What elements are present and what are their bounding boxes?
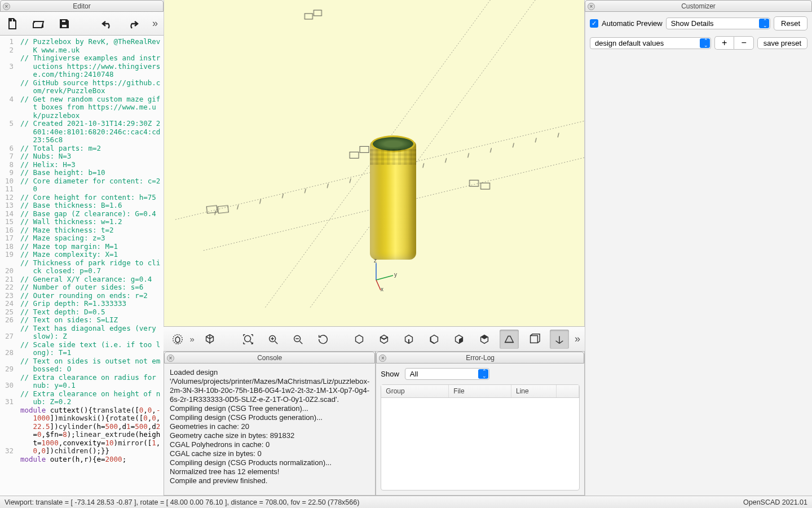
editor-title-bar: × Editor bbox=[0, 0, 164, 12]
svg-line-15 bbox=[445, 158, 447, 163]
new-file-icon[interactable] bbox=[6, 16, 19, 31]
svg-rect-2 bbox=[61, 24, 67, 28]
zoom-in-icon[interactable] bbox=[263, 330, 283, 349]
viewport-toolbar: » » bbox=[164, 326, 585, 351]
show-label: Show bbox=[381, 370, 399, 378]
view-back-icon[interactable] bbox=[474, 330, 493, 349]
svg-line-16 bbox=[468, 153, 469, 157]
redo-icon[interactable] bbox=[126, 16, 140, 31]
stepper-minus-button[interactable]: − bbox=[734, 36, 753, 50]
svg-line-14 bbox=[423, 163, 424, 168]
show-axes-icon[interactable] bbox=[550, 330, 569, 349]
preview-icon[interactable] bbox=[168, 330, 187, 349]
error-table[interactable]: Group File Line bbox=[381, 384, 580, 491]
save-file-icon[interactable] bbox=[58, 16, 71, 31]
viewport-status: Viewport: translate = [ -73.14 28.53 -0.… bbox=[5, 498, 359, 506]
save-preset-button[interactable]: save preset bbox=[757, 37, 807, 49]
svg-rect-25 bbox=[470, 180, 479, 186]
svg-point-36 bbox=[244, 335, 250, 341]
console-title: Console bbox=[257, 354, 282, 362]
code-editor[interactable]: 1234567891011121314151617181920212223242… bbox=[0, 36, 164, 496]
error-filter-select[interactable]: All bbox=[405, 368, 489, 380]
svg-line-20 bbox=[558, 133, 559, 137]
svg-line-19 bbox=[535, 138, 536, 142]
console-panel: ×Console Loaded design '/Volumes/project… bbox=[164, 351, 376, 496]
svg-line-31 bbox=[376, 280, 381, 290]
auto-preview-label: Automatic Preview bbox=[602, 19, 663, 28]
close-icon[interactable]: × bbox=[167, 354, 174, 362]
center-column: z y x » » × bbox=[164, 0, 585, 496]
view-front-icon[interactable] bbox=[449, 330, 469, 349]
undo-icon[interactable] bbox=[100, 16, 114, 31]
customizer-title: Customizer bbox=[681, 2, 716, 10]
svg-line-18 bbox=[513, 143, 514, 147]
svg-rect-28 bbox=[314, 10, 321, 16]
svg-rect-21 bbox=[206, 205, 217, 213]
view-bottom-icon[interactable] bbox=[399, 330, 418, 349]
preset-select[interactable]: design default values bbox=[590, 37, 711, 49]
svg-line-12 bbox=[327, 183, 328, 188]
zoom-fit-icon[interactable] bbox=[238, 330, 257, 349]
toolbar-overflow-icon[interactable]: » bbox=[152, 17, 158, 29]
col-spacer bbox=[557, 385, 579, 397]
preset-stepper[interactable]: + − bbox=[714, 36, 754, 50]
svg-text:z: z bbox=[374, 259, 377, 264]
reset-button[interactable]: Reset bbox=[774, 16, 807, 30]
render-icon[interactable] bbox=[200, 330, 219, 349]
perspective-icon[interactable] bbox=[500, 330, 519, 349]
col-file[interactable]: File bbox=[449, 385, 511, 397]
close-icon[interactable]: × bbox=[588, 3, 595, 10]
editor-column: × Editor » 12345678910111213141516171819… bbox=[0, 0, 164, 496]
svg-rect-22 bbox=[218, 205, 228, 213]
zoom-out-icon[interactable] bbox=[288, 330, 307, 349]
col-line[interactable]: Line bbox=[511, 385, 557, 397]
open-file-icon[interactable] bbox=[32, 16, 45, 31]
svg-text:y: y bbox=[394, 271, 397, 278]
orthographic-icon[interactable] bbox=[524, 330, 544, 349]
preview-overflow-icon[interactable]: » bbox=[189, 334, 194, 344]
close-icon[interactable]: × bbox=[379, 354, 386, 362]
version-label: OpenSCAD 2021.01 bbox=[743, 498, 807, 506]
error-log-panel: ×Error-Log Show All Group File Line bbox=[376, 351, 585, 496]
svg-rect-1 bbox=[61, 20, 66, 23]
svg-text:x: x bbox=[381, 286, 383, 292]
error-log-title: Error-Log bbox=[466, 354, 495, 362]
svg-line-9 bbox=[260, 199, 261, 204]
reset-view-icon[interactable] bbox=[314, 330, 333, 349]
view-left-icon[interactable] bbox=[425, 330, 444, 349]
svg-line-10 bbox=[282, 194, 283, 198]
svg-line-8 bbox=[237, 205, 239, 209]
svg-rect-27 bbox=[304, 14, 312, 19]
editor-title: Editor bbox=[73, 2, 90, 10]
console-output[interactable]: Loaded design '/Volumes/projects/printer… bbox=[164, 364, 375, 495]
svg-rect-26 bbox=[480, 183, 489, 189]
svg-line-11 bbox=[304, 189, 306, 193]
status-bar: Viewport: translate = [ -73.14 28.53 -0.… bbox=[0, 496, 812, 508]
stepper-plus-button[interactable]: + bbox=[714, 36, 734, 50]
3d-viewport[interactable]: z y x bbox=[164, 0, 585, 326]
rendered-model bbox=[370, 141, 416, 260]
axis-gizmo: z y x bbox=[366, 259, 400, 292]
svg-point-0 bbox=[10, 19, 12, 21]
svg-line-7 bbox=[215, 211, 216, 215]
view-top-icon[interactable] bbox=[374, 330, 394, 349]
svg-line-5 bbox=[310, 0, 535, 308]
col-group[interactable]: Group bbox=[381, 385, 449, 397]
view-right-icon[interactable] bbox=[350, 330, 369, 349]
details-select[interactable]: Show Details bbox=[666, 17, 770, 29]
svg-rect-23 bbox=[350, 152, 359, 158]
close-icon[interactable]: × bbox=[3, 3, 10, 10]
customizer-column: ×Customizer ✓ Automatic Preview Show Det… bbox=[585, 0, 812, 496]
svg-rect-39 bbox=[531, 335, 538, 343]
svg-line-30 bbox=[376, 275, 393, 280]
svg-line-13 bbox=[350, 178, 351, 183]
svg-line-17 bbox=[490, 148, 491, 152]
svg-rect-24 bbox=[360, 146, 369, 152]
view-overflow-icon[interactable]: » bbox=[575, 333, 580, 345]
editor-toolbar: » bbox=[0, 12, 164, 36]
auto-preview-checkbox[interactable]: ✓ bbox=[590, 19, 598, 28]
